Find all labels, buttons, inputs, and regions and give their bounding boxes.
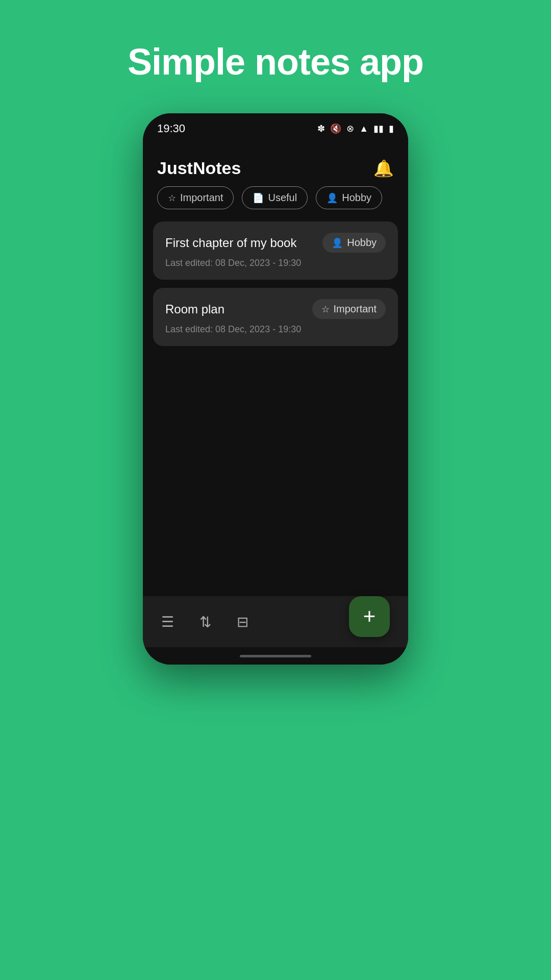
filter-chip-useful[interactable]: 📄 Useful [242,186,308,209]
chip-label-useful: Useful [268,192,297,204]
bell-icon[interactable]: 🔔 [373,159,394,178]
page-headline: Simple notes app [128,41,423,83]
volume-off-icon: 🔇 [330,123,341,134]
tag-star-icon-1: ☆ [321,304,330,315]
note-tag-0: 👤 Hobby [322,233,386,253]
tag-person-icon-0: 👤 [332,237,343,249]
tag-label-0: Hobby [347,237,377,249]
plus-icon: + [363,606,376,627]
note-top-0: First chapter of my book 👤 Hobby [165,233,386,253]
top-bar: JustNotes 🔔 [143,144,408,186]
filter-chips-container: ☆ Important 📄 Useful 👤 Hobby [143,186,408,222]
status-icons: ✽ 🔇 ⊗ ▲ ▮▮ ▮ [317,123,394,134]
list-icon[interactable]: ⊟ [237,614,248,630]
content-spacer [143,346,408,596]
note-title-0: First chapter of my book [165,236,296,250]
sort-icon[interactable]: ⇅ [199,614,211,630]
home-indicator [143,647,408,665]
chip-label-important: Important [180,192,223,204]
wifi-icon: ▲ [359,124,368,134]
status-time: 19:30 [157,122,185,135]
filter-chip-hobby[interactable]: 👤 Hobby [316,186,382,209]
bluetooth-icon: ✽ [317,123,325,134]
person-icon: 👤 [327,192,338,204]
note-date-0: Last edited: 08 Dec, 2023 - 19:30 [165,258,386,268]
note-card-1[interactable]: Room plan ☆ Important Last edited: 08 De… [153,288,398,346]
home-bar [240,655,311,657]
tag-label-1: Important [334,303,377,315]
note-date-1: Last edited: 08 Dec, 2023 - 19:30 [165,324,386,335]
note-card-0[interactable]: First chapter of my book 👤 Hobby Last ed… [153,222,398,280]
add-note-button[interactable]: + [349,596,390,637]
signal-icon: ▮▮ [373,123,384,134]
note-title-1: Room plan [165,302,224,316]
doc-icon: 📄 [253,192,264,204]
filter-chip-important[interactable]: ☆ Important [157,186,234,209]
phone-mockup: 19:30 ✽ 🔇 ⊗ ▲ ▮▮ ▮ JustNotes 🔔 ☆ Importa… [143,113,408,665]
app-title: JustNotes [157,158,241,178]
battery-icon: ▮ [389,123,394,134]
menu-icon[interactable]: ☰ [161,614,174,630]
star-icon: ☆ [168,192,176,204]
chip-label-hobby: Hobby [342,192,371,204]
bottom-nav: ☰ ⇅ ⊟ + [143,596,408,647]
note-tag-1: ☆ Important [312,299,386,319]
donotdisturb-icon: ⊗ [346,123,354,134]
phone-notch [269,118,282,131]
app-screen: JustNotes 🔔 ☆ Important 📄 Useful 👤 Hobby [143,144,408,665]
notes-list: First chapter of my book 👤 Hobby Last ed… [143,222,408,346]
note-top-1: Room plan ☆ Important [165,299,386,319]
